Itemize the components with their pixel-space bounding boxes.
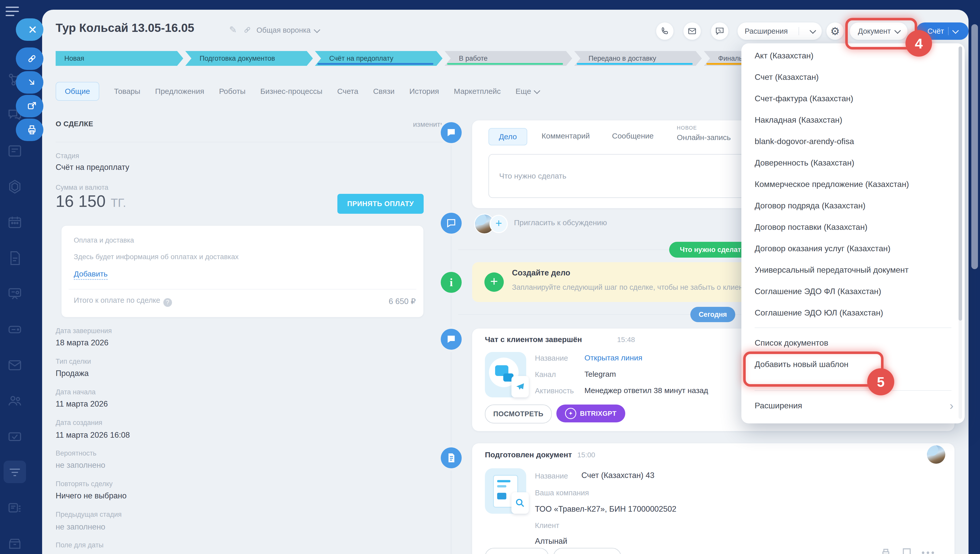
client-value[interactable]: Алтынай xyxy=(535,536,567,546)
stage-prepayment-invoice[interactable]: Счёт на предоплату xyxy=(315,51,443,66)
edit-title-icon[interactable]: ✎ xyxy=(229,24,237,35)
page-title: Тур Кольсай 13.05-16.05 xyxy=(56,21,194,35)
pin-note-icon[interactable] xyxy=(901,548,913,554)
stage-docs-preparation[interactable]: Подготовка документов xyxy=(185,51,313,66)
composer-tab-deal[interactable]: Дело xyxy=(488,128,527,145)
settings-gear-icon[interactable]: ⚙ xyxy=(826,22,844,40)
composer-tab-comment[interactable]: Комментарий xyxy=(542,132,590,140)
chevron-down-icon xyxy=(952,27,959,33)
invite-to-discussion[interactable]: Пригласить к обсуждению xyxy=(514,218,607,227)
tab-more[interactable]: Еще xyxy=(516,87,539,96)
sidebar-item-storage-icon[interactable] xyxy=(7,322,22,337)
menu-item-invoice[interactable]: Счет (Казахстан) xyxy=(741,66,965,88)
telegram-badge xyxy=(512,376,529,397)
menu-item-power-of-attorney[interactable]: Доверенность (Казахстан) xyxy=(741,152,965,174)
field-value[interactable]: не заполнено xyxy=(56,461,105,470)
tab-invoices[interactable]: Счета xyxy=(337,87,358,96)
open-document-button[interactable]: ОТКРЫТЬ xyxy=(485,548,549,554)
field-value[interactable]: 18 марта 2026 xyxy=(56,338,108,347)
sign-document-button[interactable]: ПОДПИСАТЬ xyxy=(553,548,621,554)
email-button[interactable] xyxy=(684,22,701,40)
accept-payment-button[interactable]: ПРИНЯТЬ ОПЛАТУ xyxy=(337,194,424,214)
menu-item-waybill[interactable]: Накладная (Казахстан) xyxy=(741,109,965,131)
new-badge: НОВОЕ xyxy=(677,125,697,131)
tab-history[interactable]: История xyxy=(410,87,439,96)
document-name[interactable]: Счет (Казахстан) 43 xyxy=(582,471,654,480)
invite-plus-icon[interactable]: + xyxy=(489,215,508,233)
menu-item-contract-postavka[interactable]: Договор поставки (Казахстан) xyxy=(741,216,965,238)
edit-deal-link[interactable]: изменить xyxy=(390,120,444,129)
sidebar-item-docs-icon[interactable] xyxy=(7,250,22,266)
menu-item-commercial-offer[interactable]: Коммерческое предложение (Казахстан) xyxy=(741,174,965,195)
call-button[interactable] xyxy=(656,22,674,40)
sidebar-item-calendar-icon[interactable] xyxy=(7,215,22,230)
dropdown-scrollbar[interactable] xyxy=(959,46,962,419)
sidebar-item-feed-icon[interactable] xyxy=(7,143,22,159)
open-new-window-button[interactable] xyxy=(16,95,43,117)
help-icon[interactable]: ? xyxy=(163,298,172,307)
composer-tab-online-booking[interactable]: Онлайн-запись xyxy=(677,133,731,142)
total-label: Итого к оплате по сделке? xyxy=(74,296,172,307)
close-slider-button[interactable]: ✕ xyxy=(16,18,43,41)
stage-field-value[interactable]: Счёт на предоплату xyxy=(56,163,129,172)
tab-marketplace[interactable]: Маркетплейс xyxy=(454,87,501,96)
copy-link-icon[interactable] xyxy=(243,25,252,35)
field-value[interactable]: Ничего не выбрано xyxy=(56,491,127,500)
total-value: 6 650 ₽ xyxy=(389,297,416,306)
menu-item-edo-fl[interactable]: Соглашение ЭДО ФЛ (Казахстан) xyxy=(741,280,965,302)
payment-add-link[interactable]: Добавить xyxy=(74,270,108,278)
sidebar-item-archive-icon[interactable] xyxy=(7,536,22,551)
more-actions-icon[interactable] xyxy=(922,551,934,554)
menu-item-universal-transfer-doc[interactable]: Универсальный передаточный документ xyxy=(741,259,965,280)
company-value: ТОО «Травел-К27», БИН 17000002502 xyxy=(535,505,676,514)
field-value[interactable]: не заполнено xyxy=(56,522,105,532)
page-scrollbar[interactable] xyxy=(971,24,978,269)
menu-item-invoice-factura[interactable]: Счет-фактура (Казахстан) xyxy=(741,88,965,109)
field-value[interactable]: 11 марта 2026 xyxy=(56,400,108,409)
copy-link-button[interactable] xyxy=(16,48,43,70)
print-button[interactable] xyxy=(16,119,43,141)
chat-button[interactable] xyxy=(711,22,728,40)
menu-item-contract-podryad[interactable]: Договор подряда (Казахстан) xyxy=(741,195,965,216)
view-chat-button[interactable]: ПОСМОТРЕТЬ xyxy=(485,404,552,423)
tab-bizproc[interactable]: Бизнес-процессы xyxy=(260,87,322,96)
tab-quotes[interactable]: Предложения xyxy=(155,87,204,96)
field-value[interactable]: 11 марта 2026 16:08 xyxy=(56,431,130,440)
hamburger-menu-icon[interactable] xyxy=(6,6,19,19)
field-label: Дата создания xyxy=(56,419,102,427)
stage-in-progress[interactable]: В работе xyxy=(445,51,572,66)
menu-item-contract-services[interactable]: Договор оказания услуг (Казахстан) xyxy=(741,238,965,259)
sidebar-item-board-icon[interactable] xyxy=(7,286,22,301)
funnel-selector[interactable]: Общая воронка xyxy=(257,26,319,34)
field-value[interactable]: Продажа xyxy=(56,369,89,378)
sidebar-item-mail-icon[interactable] xyxy=(7,358,22,373)
collapse-button[interactable] xyxy=(16,71,43,94)
sidebar-item-check-icon[interactable] xyxy=(7,429,22,444)
sidebar-item-crm-icon[interactable] xyxy=(7,179,22,194)
composer-tab-message[interactable]: Сообщение xyxy=(612,132,653,140)
add-task-plus-icon[interactable]: + xyxy=(484,272,504,292)
field-value[interactable]: не заполнено xyxy=(56,552,105,554)
bitrixgpt-button[interactable]: ✦ BITRIXGPT xyxy=(556,404,625,422)
menu-item-document-list[interactable]: Список документов xyxy=(741,332,965,353)
menu-item-edo-ul[interactable]: Соглашение ЭДО ЮЛ (Казахстан) xyxy=(741,302,965,323)
sidebar-item-tasks-icon[interactable] xyxy=(7,500,22,516)
bitrixgpt-label: BITRIXGPT xyxy=(580,410,616,417)
tab-products[interactable]: Товары xyxy=(114,87,140,96)
amount-field[interactable]: 16 150 ТГ. xyxy=(56,192,126,211)
card-title: Подготовлен документ xyxy=(485,451,572,459)
tab-robots[interactable]: Роботы xyxy=(219,87,245,96)
stage-delivery[interactable]: Передано в доставку xyxy=(574,51,702,66)
openline-link[interactable]: Открытая линия xyxy=(585,353,642,362)
stage-new[interactable]: Новая xyxy=(56,51,183,66)
tab-links[interactable]: Связи xyxy=(373,87,395,96)
extensions-button[interactable]: Расширения xyxy=(738,22,822,40)
menu-item-extensions[interactable]: Расширения › xyxy=(741,395,965,416)
sidebar-item-people-icon[interactable] xyxy=(7,393,22,409)
avatar[interactable] xyxy=(927,445,945,464)
tab-general[interactable]: Общие xyxy=(56,82,99,101)
menu-item-blank-dogovor[interactable]: blank-dogovor-arendy-ofisa xyxy=(741,131,965,152)
print-icon[interactable] xyxy=(880,548,892,554)
banner-title[interactable]: Создайте дело xyxy=(512,268,570,277)
sidebar-item-filter-icon[interactable] xyxy=(7,465,22,480)
